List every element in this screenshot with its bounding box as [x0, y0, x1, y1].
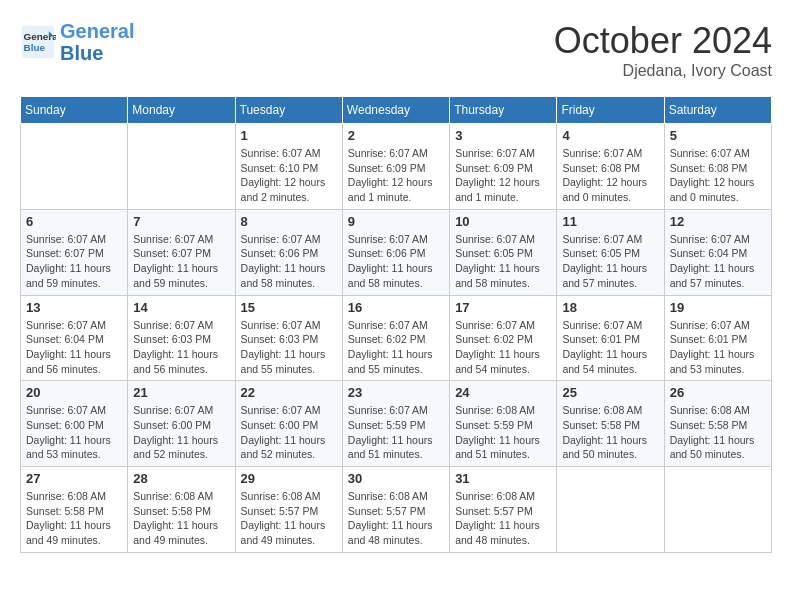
day-number: 8 [241, 214, 337, 229]
day-cell: 3Sunrise: 6:07 AMSunset: 6:09 PMDaylight… [450, 124, 557, 210]
day-info: Sunrise: 6:07 AMSunset: 6:02 PMDaylight:… [455, 318, 551, 377]
day-cell: 27Sunrise: 6:08 AMSunset: 5:58 PMDayligh… [21, 467, 128, 553]
day-info: Sunrise: 6:07 AMSunset: 6:02 PMDaylight:… [348, 318, 444, 377]
day-info: Sunrise: 6:07 AMSunset: 6:00 PMDaylight:… [241, 403, 337, 462]
day-number: 30 [348, 471, 444, 486]
day-info: Sunrise: 6:08 AMSunset: 5:58 PMDaylight:… [26, 489, 122, 548]
day-number: 15 [241, 300, 337, 315]
day-number: 1 [241, 128, 337, 143]
day-number: 16 [348, 300, 444, 315]
day-cell: 5Sunrise: 6:07 AMSunset: 6:08 PMDaylight… [664, 124, 771, 210]
day-cell: 26Sunrise: 6:08 AMSunset: 5:58 PMDayligh… [664, 381, 771, 467]
day-info: Sunrise: 6:07 AMSunset: 6:10 PMDaylight:… [241, 146, 337, 205]
week-row-4: 20Sunrise: 6:07 AMSunset: 6:00 PMDayligh… [21, 381, 772, 467]
day-info: Sunrise: 6:07 AMSunset: 5:59 PMDaylight:… [348, 403, 444, 462]
day-number: 11 [562, 214, 658, 229]
col-header-wednesday: Wednesday [342, 97, 449, 124]
day-number: 24 [455, 385, 551, 400]
day-number: 6 [26, 214, 122, 229]
svg-text:Blue: Blue [24, 42, 46, 53]
day-number: 7 [133, 214, 229, 229]
calendar-body: 1Sunrise: 6:07 AMSunset: 6:10 PMDaylight… [21, 124, 772, 553]
day-info: Sunrise: 6:07 AMSunset: 6:07 PMDaylight:… [133, 232, 229, 291]
day-info: Sunrise: 6:08 AMSunset: 5:59 PMDaylight:… [455, 403, 551, 462]
logo-general: General [60, 20, 134, 42]
logo: General Blue General Blue [20, 20, 134, 64]
day-cell: 24Sunrise: 6:08 AMSunset: 5:59 PMDayligh… [450, 381, 557, 467]
day-number: 18 [562, 300, 658, 315]
day-number: 23 [348, 385, 444, 400]
logo-icon: General Blue [20, 24, 56, 60]
day-cell: 20Sunrise: 6:07 AMSunset: 6:00 PMDayligh… [21, 381, 128, 467]
day-number: 21 [133, 385, 229, 400]
location: Djedana, Ivory Coast [554, 62, 772, 80]
day-info: Sunrise: 6:07 AMSunset: 6:07 PMDaylight:… [26, 232, 122, 291]
day-number: 13 [26, 300, 122, 315]
day-info: Sunrise: 6:07 AMSunset: 6:03 PMDaylight:… [241, 318, 337, 377]
day-cell: 9Sunrise: 6:07 AMSunset: 6:06 PMDaylight… [342, 209, 449, 295]
day-info: Sunrise: 6:07 AMSunset: 6:04 PMDaylight:… [26, 318, 122, 377]
day-number: 20 [26, 385, 122, 400]
day-info: Sunrise: 6:07 AMSunset: 6:00 PMDaylight:… [26, 403, 122, 462]
day-info: Sunrise: 6:08 AMSunset: 5:57 PMDaylight:… [348, 489, 444, 548]
day-number: 9 [348, 214, 444, 229]
day-cell: 18Sunrise: 6:07 AMSunset: 6:01 PMDayligh… [557, 295, 664, 381]
day-number: 22 [241, 385, 337, 400]
day-info: Sunrise: 6:07 AMSunset: 6:03 PMDaylight:… [133, 318, 229, 377]
calendar-header-row: SundayMondayTuesdayWednesdayThursdayFrid… [21, 97, 772, 124]
col-header-tuesday: Tuesday [235, 97, 342, 124]
day-number: 27 [26, 471, 122, 486]
day-info: Sunrise: 6:07 AMSunset: 6:04 PMDaylight:… [670, 232, 766, 291]
logo-blue: Blue [60, 42, 103, 64]
day-cell: 8Sunrise: 6:07 AMSunset: 6:06 PMDaylight… [235, 209, 342, 295]
day-cell: 10Sunrise: 6:07 AMSunset: 6:05 PMDayligh… [450, 209, 557, 295]
day-cell: 6Sunrise: 6:07 AMSunset: 6:07 PMDaylight… [21, 209, 128, 295]
day-info: Sunrise: 6:07 AMSunset: 6:06 PMDaylight:… [348, 232, 444, 291]
day-info: Sunrise: 6:07 AMSunset: 6:00 PMDaylight:… [133, 403, 229, 462]
day-cell [21, 124, 128, 210]
day-number: 12 [670, 214, 766, 229]
day-info: Sunrise: 6:07 AMSunset: 6:08 PMDaylight:… [562, 146, 658, 205]
day-cell: 4Sunrise: 6:07 AMSunset: 6:08 PMDaylight… [557, 124, 664, 210]
day-number: 19 [670, 300, 766, 315]
day-cell [557, 467, 664, 553]
page-header: General Blue General Blue October 2024 D… [20, 20, 772, 80]
day-cell: 13Sunrise: 6:07 AMSunset: 6:04 PMDayligh… [21, 295, 128, 381]
calendar-table: SundayMondayTuesdayWednesdayThursdayFrid… [20, 96, 772, 553]
day-info: Sunrise: 6:07 AMSunset: 6:05 PMDaylight:… [562, 232, 658, 291]
day-info: Sunrise: 6:07 AMSunset: 6:09 PMDaylight:… [348, 146, 444, 205]
day-number: 31 [455, 471, 551, 486]
day-cell: 23Sunrise: 6:07 AMSunset: 5:59 PMDayligh… [342, 381, 449, 467]
svg-text:General: General [24, 31, 56, 42]
day-cell: 2Sunrise: 6:07 AMSunset: 6:09 PMDaylight… [342, 124, 449, 210]
day-info: Sunrise: 6:07 AMSunset: 6:06 PMDaylight:… [241, 232, 337, 291]
col-header-thursday: Thursday [450, 97, 557, 124]
day-cell: 1Sunrise: 6:07 AMSunset: 6:10 PMDaylight… [235, 124, 342, 210]
day-number: 17 [455, 300, 551, 315]
col-header-saturday: Saturday [664, 97, 771, 124]
col-header-monday: Monday [128, 97, 235, 124]
day-cell: 17Sunrise: 6:07 AMSunset: 6:02 PMDayligh… [450, 295, 557, 381]
day-cell: 19Sunrise: 6:07 AMSunset: 6:01 PMDayligh… [664, 295, 771, 381]
day-cell: 16Sunrise: 6:07 AMSunset: 6:02 PMDayligh… [342, 295, 449, 381]
day-number: 29 [241, 471, 337, 486]
day-info: Sunrise: 6:08 AMSunset: 5:57 PMDaylight:… [455, 489, 551, 548]
day-info: Sunrise: 6:07 AMSunset: 6:09 PMDaylight:… [455, 146, 551, 205]
day-number: 10 [455, 214, 551, 229]
day-cell: 31Sunrise: 6:08 AMSunset: 5:57 PMDayligh… [450, 467, 557, 553]
day-cell: 14Sunrise: 6:07 AMSunset: 6:03 PMDayligh… [128, 295, 235, 381]
day-cell: 30Sunrise: 6:08 AMSunset: 5:57 PMDayligh… [342, 467, 449, 553]
week-row-5: 27Sunrise: 6:08 AMSunset: 5:58 PMDayligh… [21, 467, 772, 553]
day-number: 14 [133, 300, 229, 315]
day-info: Sunrise: 6:08 AMSunset: 5:57 PMDaylight:… [241, 489, 337, 548]
day-cell [128, 124, 235, 210]
day-number: 2 [348, 128, 444, 143]
day-info: Sunrise: 6:07 AMSunset: 6:08 PMDaylight:… [670, 146, 766, 205]
day-info: Sunrise: 6:07 AMSunset: 6:05 PMDaylight:… [455, 232, 551, 291]
day-cell: 7Sunrise: 6:07 AMSunset: 6:07 PMDaylight… [128, 209, 235, 295]
week-row-2: 6Sunrise: 6:07 AMSunset: 6:07 PMDaylight… [21, 209, 772, 295]
month-title: October 2024 [554, 20, 772, 62]
day-cell: 21Sunrise: 6:07 AMSunset: 6:00 PMDayligh… [128, 381, 235, 467]
title-block: October 2024 Djedana, Ivory Coast [554, 20, 772, 80]
day-cell: 22Sunrise: 6:07 AMSunset: 6:00 PMDayligh… [235, 381, 342, 467]
